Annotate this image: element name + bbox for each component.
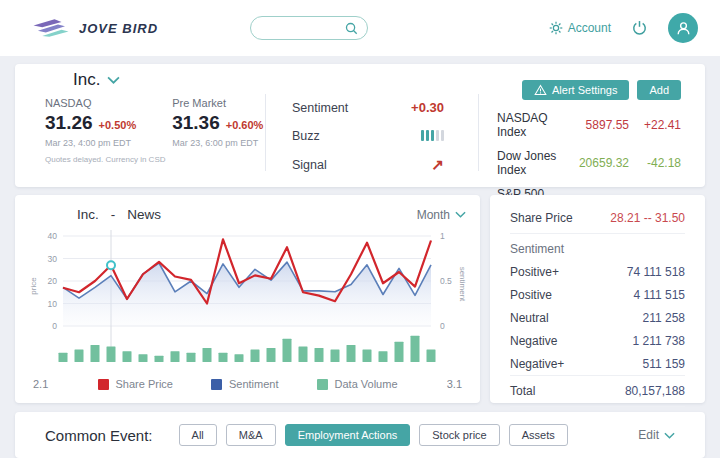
alert-triangle-icon — [534, 84, 547, 96]
search-input[interactable] — [260, 21, 345, 35]
sentiment-label: Sentiment — [292, 101, 348, 115]
period-value: Month — [417, 208, 450, 222]
svg-text:0: 0 — [52, 321, 57, 331]
quote-price: 31.26 — [45, 112, 93, 134]
buzz-label: Buzz — [292, 129, 320, 143]
brand-logo[interactable]: JOVE BIRD — [30, 16, 158, 40]
sentiment-value: +0.30 — [411, 100, 444, 115]
signal-up-arrow-icon: ↗ — [431, 157, 444, 172]
svg-text:40: 40 — [48, 231, 58, 241]
edit-dropdown[interactable]: Edit — [638, 428, 675, 442]
search-icon — [345, 22, 358, 35]
stat-label: Negative+ — [510, 357, 564, 371]
index-value: 20659.32 — [567, 156, 629, 170]
gear-icon — [549, 21, 563, 35]
bird-logo-icon — [30, 16, 72, 40]
stat-value: 211 258 — [643, 311, 686, 325]
stat-value: 74 111 518 — [627, 265, 685, 279]
quote-time: Mar 23, 6:00 pm EDT — [172, 138, 263, 148]
stat-label: Positive — [510, 288, 552, 302]
index-change: -42.18 — [629, 156, 681, 170]
company-name: Inc. — [73, 70, 100, 90]
exchange-label: NASDAQ — [45, 97, 136, 109]
period-dropdown[interactable]: Month — [417, 208, 466, 222]
svg-text:20: 20 — [48, 276, 58, 286]
signal-label: Signal — [292, 158, 327, 172]
stat-value: 511 159 — [643, 357, 686, 371]
quote-price: 31.36 — [172, 112, 220, 134]
company-selector[interactable]: Inc. — [73, 70, 265, 90]
news-title-label: News — [127, 207, 161, 222]
topbar: JOVE BIRD Account — [0, 0, 720, 56]
divider — [510, 406, 685, 407]
svg-text:10: 10 — [48, 299, 58, 309]
legend-label: Share Price — [116, 378, 173, 390]
brand-name: JOVE BIRD — [79, 21, 158, 36]
summary-card: Inc. NASDAQ 31.26 +0.50% Mar 23, 4:00 pm… — [15, 64, 705, 187]
search-box[interactable] — [250, 16, 368, 40]
quote-change: +0.60% — [226, 119, 264, 131]
buzz-meter — [419, 127, 444, 145]
quote-time: Mar 23, 4:00 pm EDT — [45, 138, 136, 148]
svg-text:0.5: 0.5 — [440, 276, 452, 286]
sentiment-heading: Sentiment — [510, 234, 685, 260]
add-label: Add — [649, 84, 669, 96]
x-axis-start-label: 2.1 — [33, 378, 48, 390]
stat-label: Neutral — [510, 311, 549, 325]
alert-settings-button[interactable]: Alert Settings — [522, 80, 629, 100]
event-chip-ma[interactable]: M&A — [226, 424, 276, 446]
svg-text:sentiment: sentiment — [458, 267, 466, 302]
index-row: NASDAQ Index 5897.55 +22.41 — [497, 111, 681, 139]
chevron-down-icon — [107, 76, 120, 84]
legend-data-volume[interactable]: Data Volume — [317, 378, 398, 390]
event-chip-assets[interactable]: Assets — [509, 424, 568, 446]
index-value: 5897.55 — [567, 118, 629, 132]
stat-row: Negative+ 511 159 — [510, 352, 685, 375]
exchange-label: Pre Market — [172, 97, 263, 109]
chevron-down-icon — [664, 432, 675, 439]
news-chart[interactable]: 01020304000.51pricesentiment — [29, 224, 466, 374]
power-icon[interactable] — [631, 20, 648, 37]
person-icon — [675, 20, 692, 37]
add-button[interactable]: Add — [637, 80, 681, 100]
account-menu[interactable]: Account — [549, 21, 611, 35]
common-events-card: Common Event: All M&A Employment Actions… — [15, 412, 705, 458]
news-title-separator: - — [111, 207, 116, 222]
data-volume-swatch — [317, 379, 328, 390]
event-chip-all[interactable]: All — [179, 424, 217, 446]
quote-nasdaq: NASDAQ 31.26 +0.50% Mar 23, 4:00 pm EDT — [45, 97, 136, 148]
svg-text:0: 0 — [440, 321, 445, 331]
quote-premarket: Pre Market 31.36 +0.60% Mar 23, 6:00 pm … — [172, 97, 263, 148]
index-row: Dow Jones Index 20659.32 -42.18 — [497, 149, 681, 177]
legend-sentiment[interactable]: Sentiment — [211, 378, 279, 390]
total-value: 80,157,188 — [625, 384, 685, 398]
svg-text:30: 30 — [48, 254, 58, 264]
event-chip-employment-actions[interactable]: Employment Actions — [285, 424, 411, 446]
share-price-label: Share Price — [510, 211, 573, 225]
legend-label: Data Volume — [335, 378, 398, 390]
stat-row: Neutral 211 258 — [510, 306, 685, 329]
index-name: Dow Jones Index — [497, 149, 567, 177]
event-chip-stock-price[interactable]: Stock price — [419, 424, 499, 446]
stat-label: Negative — [510, 334, 557, 348]
news-title-company: Inc. — [77, 207, 99, 222]
quote-change: +0.50% — [99, 119, 137, 131]
page-content: Inc. NASDAQ 31.26 +0.50% Mar 23, 4:00 pm… — [0, 56, 720, 458]
share-price-range: 28.21 -- 31.50 — [610, 211, 685, 225]
stat-row: Positive+ 74 111 518 — [510, 260, 685, 283]
chevron-down-icon — [455, 211, 466, 218]
common-event-label: Common Event: — [45, 427, 153, 444]
stat-row: Positive 4 111 515 — [510, 283, 685, 306]
alert-settings-label: Alert Settings — [552, 84, 617, 96]
quotes-disclaimer: Quotes delayed. Currency in CSD — [45, 155, 265, 164]
news-title: Inc. - News — [77, 207, 161, 222]
stat-label: Positive+ — [510, 265, 559, 279]
sentiment-swatch — [211, 379, 222, 390]
stat-row: Negative 1 211 738 — [510, 329, 685, 352]
share-price-swatch — [98, 379, 109, 390]
index-name: NASDAQ Index — [497, 111, 567, 139]
legend-share-price[interactable]: Share Price — [98, 378, 173, 390]
stats-card: Share Price 28.21 -- 31.50 Sentiment Pos… — [490, 195, 705, 403]
x-axis-end-label: 3.1 — [447, 378, 462, 390]
avatar[interactable] — [668, 13, 698, 43]
